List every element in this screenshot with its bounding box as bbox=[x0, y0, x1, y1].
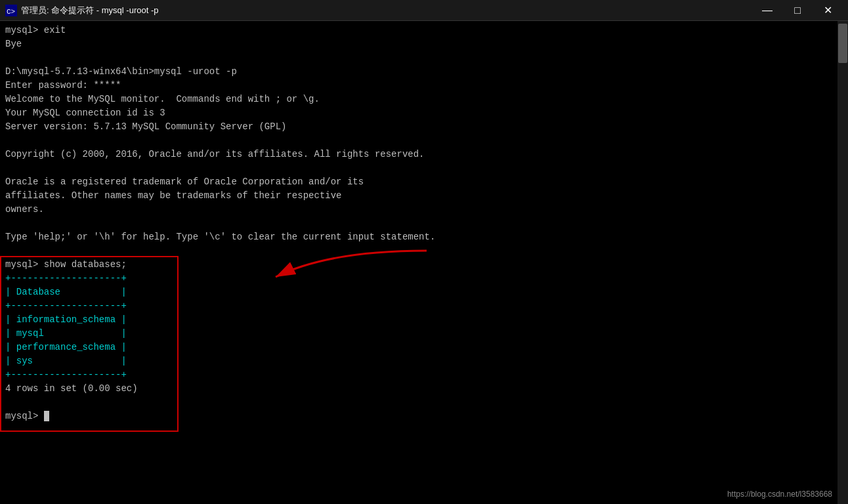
close-button[interactable]: ✕ bbox=[813, 0, 843, 21]
svg-text:C>: C> bbox=[7, 8, 15, 16]
terminal-container: mysql> exitBye D:\mysql-5.7.13-winx64\bi… bbox=[0, 21, 848, 504]
terminal-output[interactable]: mysql> exitBye D:\mysql-5.7.13-winx64\bi… bbox=[0, 21, 837, 504]
maximize-button[interactable]: □ bbox=[782, 0, 813, 21]
watermark: https://blog.csdn.net/l3583668 bbox=[727, 490, 832, 499]
minimize-button[interactable]: — bbox=[752, 0, 782, 21]
window-controls: — □ ✕ bbox=[752, 0, 843, 21]
cmd-icon: C> bbox=[5, 5, 17, 16]
window-title: 管理员: 命令提示符 - mysql -uroot -p bbox=[21, 5, 752, 16]
scrollbar[interactable] bbox=[837, 21, 848, 504]
title-bar: C> 管理员: 命令提示符 - mysql -uroot -p — □ ✕ bbox=[0, 0, 848, 21]
scrollbar-thumb[interactable] bbox=[838, 24, 847, 63]
